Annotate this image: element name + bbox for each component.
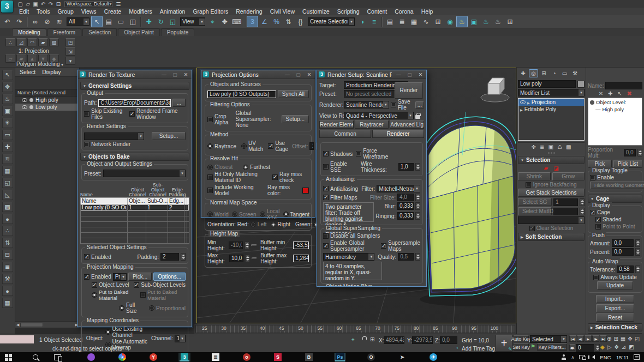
rollout-cage[interactable]: Cage [588,195,642,203]
tab-modify[interactable]: ◎ [529,69,538,77]
menu-animation[interactable]: Animation [156,8,189,15]
app-chrome[interactable] [116,353,128,361]
keys-icon[interactable]: ◆ [600,344,605,350]
menu-civil-view[interactable]: Civil View [266,8,299,15]
sampler-dropdown[interactable]: Hammersley [323,253,374,261]
remove-all-icon[interactable]: ✖ [627,90,631,96]
rollout-soft-selection[interactable]: Soft Selection [518,233,585,241]
explorer-menu-select[interactable]: Select [20,69,35,75]
pick-button[interactable]: Pick... [128,273,152,281]
network-icon[interactable] [579,355,585,359]
reset-button[interactable]: Reset [596,313,634,322]
browse-button[interactable]: ... [172,99,186,107]
push-amount-field[interactable]: 0,0 [612,239,634,247]
spinner[interactable] [595,344,600,352]
spinner[interactable] [635,266,640,273]
play-button[interactable]: ▶ [585,335,592,342]
use-pivot-center-icon[interactable]: ⌖ [207,16,218,27]
minimize-button[interactable] [160,71,168,78]
aa-filter-dropdown[interactable]: Mitchell-Netravali [377,185,420,192]
orbit-icon[interactable]: ▷ [607,344,612,350]
subobject-button-2[interactable]: ◿ [16,38,26,46]
app-doc[interactable]: ≣ [210,353,222,361]
synch-all-button[interactable]: Synch All [278,90,309,98]
select-and-scale-icon[interactable]: ◱ [167,16,178,27]
taskbar-search-button[interactable] [29,353,41,361]
ribbon-tab-freeform[interactable]: Freeform [47,28,82,36]
selection-set-dropdown[interactable]: Selected [530,335,567,343]
toolbar-menu-icon[interactable]: ☰ [115,1,122,7]
object-name-field[interactable]: Low poly [518,80,576,88]
ribbon-mini-button-3[interactable]: ▾ [65,57,75,65]
checkbox[interactable] [323,164,329,170]
project-folder-icon[interactable]: ⊟ [55,1,62,7]
menu-views[interactable]: Views [77,8,100,15]
rs-tab-render-elements[interactable]: Render Elements [319,120,354,129]
make-unique-icon[interactable]: ▣ [548,144,553,150]
close-icon[interactable] [182,71,190,78]
selection-filter-dropdown[interactable]: All [67,17,90,26]
spinner[interactable] [245,242,249,249]
timeline[interactable]: 253035404550556065707580859095100 [194,323,516,334]
add-time-tag-label[interactable]: Add Time Tag [462,346,495,352]
bind-to-space-warp-icon[interactable]: ≋ [53,16,65,27]
start-button[interactable] [2,353,14,361]
maximize-button[interactable] [406,71,414,78]
menu-group[interactable]: Group [54,8,77,15]
filter-materials-icon[interactable]: ● [2,214,13,224]
radio[interactable] [207,212,213,217]
source-object-field[interactable]: Low poly (0 SO Outputs) [207,90,276,98]
menu-tools[interactable]: Tools [33,8,54,15]
selection-lock-brackets-icon[interactable]: ⌖ [351,336,355,343]
save-file-icon[interactable]: ▣ [32,1,39,7]
radio[interactable] [207,165,213,170]
bake-table-row[interactable]: Low poly (0 SO Outputs)112 [81,204,189,211]
radio[interactable] [260,212,265,217]
save-file-browse-button[interactable]: ... [415,101,424,108]
explorer-select-icon[interactable]: ↖ [2,70,13,80]
stack-row-editable-poly[interactable]: Editable Poly [518,106,584,113]
app-telegram[interactable]: ✈ [427,353,439,361]
mirror-icon[interactable]: ◑ [356,16,368,27]
blur-field[interactable]: 0,333 [397,202,414,210]
menu-edit[interactable]: Edit [15,8,33,15]
lock-view-icon[interactable] [415,115,420,119]
panel-splitter[interactable] [518,151,585,154]
subobject-button-5[interactable]: ▧ [49,38,59,46]
menu-graph-editors[interactable]: Graph Editors [189,8,232,15]
rs-tab-common[interactable]: Common [319,130,371,138]
checkbox[interactable] [323,233,329,239]
render-setup-button[interactable]: Setup... [152,132,186,140]
spinner[interactable] [415,212,420,220]
explorer-row-high-poly[interactable]: High poly [15,96,79,104]
app-disk[interactable] [85,353,97,361]
spinner[interactable] [415,253,420,261]
select-and-move-icon[interactable]: ✚ [143,16,154,27]
stack-row-projection[interactable]: Projection [518,99,584,106]
render-button[interactable]: Render [395,82,423,99]
checkbox[interactable] [84,254,90,260]
pick-button[interactable]: Pick [588,160,612,168]
auto-key-button[interactable]: Auto Key [514,335,529,342]
menu-rendering[interactable]: Rendering [232,8,266,15]
radio[interactable] [119,305,124,311]
radio[interactable] [241,143,247,149]
pin-stack-icon[interactable]: ✜ [532,144,536,150]
show-end-result-icon[interactable]: ≣ [540,144,544,150]
bake-preset-dropdown[interactable] [103,170,186,177]
zoom-all-icon[interactable]: ⊞ [613,336,618,342]
select-and-manipulate-icon[interactable]: ✥ [219,16,230,27]
close-icon[interactable] [305,71,313,78]
explorer-find-icon[interactable]: ✥ [2,82,13,92]
scene-explorer-icon[interactable]: ▤ [384,16,396,27]
padding-field[interactable]: 2 [160,253,179,261]
checkbox[interactable] [84,142,90,147]
update-button[interactable]: Update [597,281,633,289]
maximize-button[interactable] [294,71,302,78]
subobject-button-4[interactable]: ▰ [38,38,48,46]
export-button[interactable]: Export... [596,304,634,312]
explorer-row-low-poly[interactable]: Low poly [15,104,79,111]
keyboard-override-icon[interactable]: ⌨ [231,16,242,27]
z-coordinate-field[interactable]: 0,0 [440,336,457,344]
ribbon-tab-populate[interactable]: Populate [161,28,194,36]
